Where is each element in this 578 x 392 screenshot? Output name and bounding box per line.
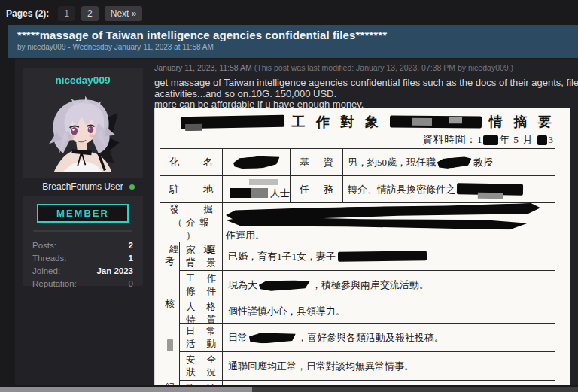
stat-threads: Threads: 1 <box>32 252 133 265</box>
redaction-box <box>249 179 278 185</box>
divider <box>33 230 132 232</box>
redaction-scribble <box>226 216 528 230</box>
thread-header: *****massage of Taiwan intelligence agen… <box>8 25 578 58</box>
anime-avatar-image <box>44 92 122 173</box>
doc-date-row: 資料時間：1年 5 月 3 <box>160 133 555 148</box>
user-avatar[interactable] <box>44 92 122 173</box>
pagination: Pages (2): 1 2 Next » <box>6 6 142 21</box>
redaction-scribble <box>437 155 472 169</box>
redaction-scribble <box>233 154 280 169</box>
stat-joined: Joined: Jan 2023 <box>32 265 133 278</box>
redaction-box <box>483 135 498 145</box>
post-text-line-1: get massage of Taiwan intelligence agenc… <box>154 77 578 89</box>
post-container: niceday009 <box>15 59 578 385</box>
doc-title-text: 工 作 對 象 <box>292 113 383 131</box>
redaction-box <box>251 188 268 198</box>
doc-table: 化名 基資 男，約50歲，現任職教授 駐地 人士 任務 轉介、情訪具換密條件之 <box>160 148 555 385</box>
doc-row-work: 工作條件 現為大，積極參與兩岸交流活動。 <box>180 271 555 299</box>
user-stats: Posts: 2 Threads: 1 Joined: Jan 2023 Rep… <box>23 238 143 292</box>
redaction-box <box>230 188 251 198</box>
pages-label: Pages (2): <box>6 8 49 19</box>
doc-row-security: 安全狀況 通聯回應均正常，日常對談均無異常情事。 <box>180 352 555 381</box>
member-badge: MEMBER <box>37 204 129 223</box>
post-modified-note: (This post was last modified: January 13… <box>254 63 513 72</box>
redaction-scribble <box>259 278 311 292</box>
doc-row-alias: 化名 基資 男，約50歲，現任職教授 <box>160 149 555 176</box>
doc-row-location: 駐地 人士 任務 轉介、情訪具換密條件之 <box>160 176 555 203</box>
scrollbar-thumb[interactable] <box>0 387 252 392</box>
user-group-label: BreachForums User <box>42 181 123 192</box>
page-link-2[interactable]: 2 <box>81 6 99 21</box>
page-link-1[interactable]: 1 <box>58 6 75 21</box>
doc-row-political: 政治傾向 偏向臺獨意識，然表現並不明顯。 <box>180 381 555 385</box>
thread-title: *****massage of Taiwan intelligence agen… <box>17 29 570 41</box>
redaction-scribble <box>249 331 296 343</box>
redaction-box <box>338 251 427 262</box>
post-timestamp: January 11, 2023, 11:58 AM <box>154 63 252 72</box>
post-content: January 11, 2023, 11:58 AM (This post wa… <box>148 59 578 385</box>
post-meta: January 11, 2023, 11:58 AM (This post wa… <box>148 59 578 72</box>
author-panel: niceday009 <box>23 68 143 286</box>
redaction-box <box>390 115 482 128</box>
post-text-line-2: acativities...and so on.10G. 150,000 USD… <box>154 89 578 100</box>
thread-byline: by niceday009 - Wednesday January 11, 20… <box>17 43 570 51</box>
redaction-box <box>181 115 284 129</box>
redaction-box <box>167 339 173 351</box>
doc-row-personality: 人格特質 個性謹慎小心，具領導力。 <box>180 299 555 324</box>
user-group-bar: BreachForums User <box>23 178 143 196</box>
redaction-box <box>457 183 523 196</box>
stat-posts: Posts: 2 <box>32 239 133 252</box>
redaction-box <box>537 135 547 145</box>
doc-row-process: 發掘 （ 介 報 ） 經過 作運用。 <box>160 203 555 242</box>
stat-reputation: Reputation: 0 <box>32 278 133 290</box>
doc-row-daily: 日常活動 日常，喜好參與各類活動及報社投稿。 <box>180 324 555 352</box>
doc-section-vertical-label: 考 核 紀 <box>160 242 180 385</box>
horizontal-scrollbar[interactable] <box>0 387 578 392</box>
attached-document-image[interactable]: 工 作 對 象 情 摘 要 資料時間：1年 5 月 3 化名 基資 男，約50歲… <box>154 108 570 385</box>
doc-assessment-section: 考 核 紀 家庭背景 已婚，育有1子1女，妻子 工作條件 <box>160 242 555 385</box>
next-page-button[interactable]: Next » <box>105 6 143 21</box>
forum-thread-page: Pages (2): 1 2 Next » *****massage of Ta… <box>0 0 578 392</box>
doc-title-row: 工 作 對 象 情 摘 要 <box>160 111 555 133</box>
doc-title-text-2: 情 摘 要 <box>489 113 555 131</box>
post-body: get massage of Taiwan intelligence agenc… <box>148 72 578 111</box>
online-status-dot <box>129 184 135 190</box>
member-badge-wrap: MEMBER <box>23 204 143 223</box>
username-link[interactable]: niceday009 <box>23 68 143 86</box>
